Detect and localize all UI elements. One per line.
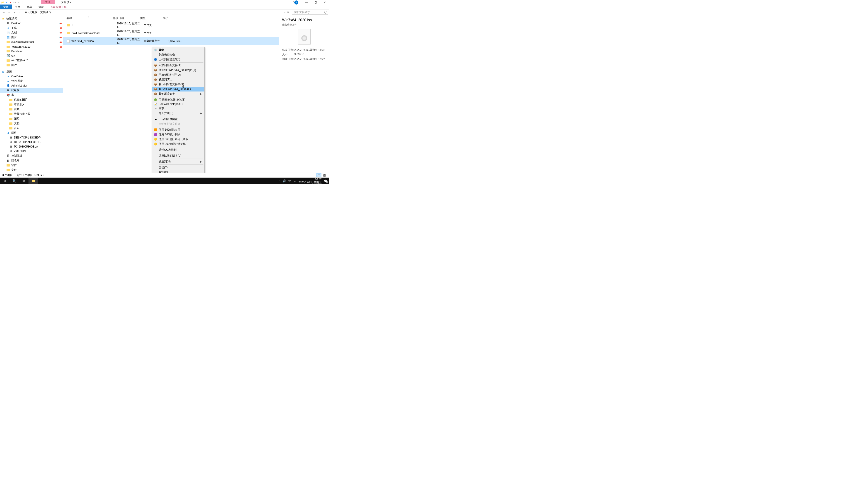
security-icon[interactable]: 🛡	[293, 180, 296, 183]
up-button[interactable]: ↑	[17, 11, 23, 14]
nav-item[interactable]: 📚库	[0, 93, 63, 97]
tray-overflow-icon[interactable]: ⌃	[278, 180, 281, 183]
taskbar-explorer[interactable]	[29, 177, 38, 184]
menu-item[interactable]: 📦解压到 Win7x64_2020\ (E)	[152, 87, 204, 92]
volume-icon[interactable]: 🔊	[283, 180, 286, 183]
menu-item[interactable]: 🟢用 蜂蜜浏览器 浏览(3)	[152, 97, 204, 102]
menu-item[interactable]: 📦用360压缩打开(Q)	[152, 72, 204, 77]
menu-item[interactable]: 🔵上传到有道云笔记	[152, 57, 204, 62]
qat-tag-icon[interactable]: 🏷	[13, 1, 16, 4]
menu-item[interactable]: 📦解压到(F)...	[152, 77, 204, 82]
nav-item[interactable]: Bandicam	[0, 49, 63, 54]
col-header-size[interactable]: 大小	[163, 16, 179, 20]
navigation-pane[interactable]: ★ 快速访问 🖥Desktop📌⬇下载📌📄文档📌🖼图片📌excel表格制作求和📌…	[0, 15, 63, 173]
nav-item[interactable]: YUNQISHI2019📌	[0, 44, 63, 49]
tab-home[interactable]: 主页	[12, 4, 24, 9]
file-row[interactable]: BaiduNetdiskDownload2020/12/25, 星期五 1...…	[63, 29, 279, 37]
nav-desktop[interactable]: 🖥 桌面	[0, 69, 63, 74]
nav-item[interactable]: 图片	[0, 116, 63, 121]
menu-item[interactable]: 🟧使用 360解除占用	[152, 127, 204, 132]
nav-item[interactable]: 天翼云盘下载	[0, 111, 63, 116]
nav-item[interactable]: ☁WPS网盘	[0, 78, 63, 84]
nav-item[interactable]: excel表格制作求和📌	[0, 40, 63, 44]
qat-close-icon[interactable]: ✖	[9, 1, 12, 4]
maximize-button[interactable]: ▢	[311, 0, 320, 4]
nav-item[interactable]: 📄文档📌	[0, 30, 63, 35]
minimize-button[interactable]: —	[302, 0, 311, 4]
task-view-button[interactable]: ⧉	[19, 177, 29, 184]
tab-view[interactable]: 查看	[35, 4, 47, 9]
forward-button[interactable]: →	[6, 11, 12, 14]
nav-item[interactable]: 文件	[0, 168, 63, 172]
nav-item[interactable]: 保存的图片	[0, 97, 63, 102]
menu-item[interactable]: 📦添加到 "Win7x64_2020.zip" (T)	[152, 68, 204, 72]
menu-item[interactable]: 还原以前的版本(V)	[152, 153, 204, 158]
nav-item[interactable]: win7重装win7	[0, 58, 63, 63]
menu-item[interactable]: 💿装载	[152, 48, 204, 53]
chevron-right-icon[interactable]: ›	[52, 11, 52, 13]
search-button[interactable]: 🔍	[9, 177, 19, 184]
nav-item[interactable]: 💽G:\	[0, 54, 63, 58]
menu-item[interactable]: 📦其他压缩命令▶	[152, 92, 204, 96]
col-header-name[interactable]: ▴名称	[63, 16, 113, 20]
nav-item[interactable]: 软件	[0, 163, 63, 168]
back-button[interactable]: ←	[1, 11, 6, 14]
notifications-icon[interactable]: 💬3	[324, 180, 327, 183]
menu-item[interactable]: 刻录光盘映像	[152, 53, 204, 57]
nav-quick-access[interactable]: ★ 快速访问	[0, 16, 63, 21]
breadcrumb[interactable]: 🖥 › 此电脑 › 文档 (E:) ›	[23, 10, 284, 14]
qat-checkmark-icon[interactable]: ✔	[5, 1, 8, 4]
nav-item[interactable]: 🖥PC-20190530OBLA	[0, 144, 63, 149]
close-button[interactable]: ✕	[320, 0, 329, 4]
ime-icon[interactable]: 中	[288, 179, 291, 183]
crumb-this-pc[interactable]: 此电脑	[29, 10, 37, 14]
chevron-right-icon[interactable]: ›	[28, 11, 29, 13]
tab-file[interactable]: 文件	[0, 4, 12, 9]
refresh-icon[interactable]: ⟳	[287, 11, 289, 14]
clock[interactable]: 16:32 2020/12/25, 星期五	[298, 178, 322, 184]
col-header-type[interactable]: 类型	[140, 16, 163, 20]
nav-item[interactable]: 🖥此电脑	[0, 88, 63, 93]
menu-item[interactable]: 🟡使用 360进行木马云查杀	[152, 137, 204, 142]
menu-item[interactable]: 剪切(T)	[152, 165, 204, 170]
nav-item[interactable]: 文档	[0, 121, 63, 126]
nav-item[interactable]: ☁OneDrive	[0, 74, 63, 78]
menu-item[interactable]: ↗共享	[152, 106, 204, 111]
qat-dropdown-icon[interactable]: ▾	[17, 1, 20, 4]
file-row[interactable]: Win7x64_2020.iso2020/12/25, 星期五 1...光盘映像…	[63, 37, 279, 45]
menu-item[interactable]: 通过QQ发送到	[152, 148, 204, 152]
menu-item[interactable]: 打开方式(H)▶	[152, 111, 204, 116]
search-input[interactable]: 搜索"文档 (E:)"	[292, 10, 328, 15]
start-button[interactable]: ⊞	[0, 177, 9, 184]
menu-item[interactable]: ☁上传到百度网盘	[152, 117, 204, 122]
ribbon-collapse-icon[interactable]: ⌃	[293, 1, 295, 4]
nav-item[interactable]: 🎛控制面板	[0, 153, 63, 158]
nav-item[interactable]: 🗑回收站	[0, 158, 63, 163]
recent-dropdown-icon[interactable]: ▾	[12, 11, 17, 13]
view-details-icon[interactable]: ☰	[316, 173, 321, 177]
menu-item[interactable]: 📦解压到当前文件夹(X)	[152, 82, 204, 87]
nav-item[interactable]: 图片	[0, 63, 63, 68]
help-icon[interactable]: ?	[294, 0, 298, 4]
nav-item[interactable]: 🖼图片📌	[0, 35, 63, 40]
nav-item[interactable]: 👤Administrator	[0, 84, 63, 88]
menu-item[interactable]: 🟪使用 360强力删除	[152, 132, 204, 137]
menu-item[interactable]: 🟡使用 360管理右键菜单	[152, 142, 204, 147]
nav-item[interactable]: 🖥Desktop📌	[0, 21, 63, 26]
menu-item[interactable]: 发送到(N)▶	[152, 159, 204, 164]
nav-item[interactable]: 音乐	[0, 126, 63, 131]
tab-disc-image-tools[interactable]: 光盘映像工具	[47, 4, 70, 9]
crumb-drive[interactable]: 文档 (E:)	[40, 10, 51, 14]
nav-item[interactable]: 🖥ZMT2019	[0, 149, 63, 153]
nav-item[interactable]: 🖥DESKTOP-LSSOEDP	[0, 135, 63, 140]
nav-network[interactable]: 🖧 网络	[0, 131, 63, 135]
tab-share[interactable]: 共享	[24, 4, 35, 9]
ribbon-context-tab[interactable]: 管理	[41, 0, 55, 4]
address-dropdown-icon[interactable]: ⌄	[284, 11, 286, 13]
nav-item[interactable]: 视频	[0, 107, 63, 111]
menu-item[interactable]: 📦添加到压缩文件(A)...	[152, 63, 204, 68]
menu-item[interactable]: 📝Edit with Notepad++	[152, 102, 204, 106]
chevron-right-icon[interactable]: ›	[38, 11, 39, 13]
view-large-icons-icon[interactable]: ▦	[322, 173, 327, 177]
nav-item[interactable]: 本机照片	[0, 102, 63, 107]
